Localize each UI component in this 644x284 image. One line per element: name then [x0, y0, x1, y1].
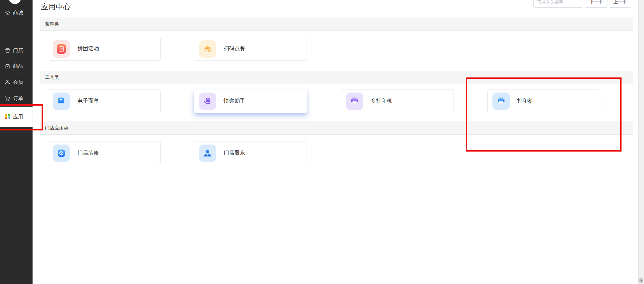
store-decor-icon [53, 145, 70, 162]
app-card-store-decor[interactable]: 门店装修 [48, 141, 161, 165]
group-buy-icon [53, 40, 70, 58]
app-card-store-shareholder[interactable]: 门店股东 [194, 141, 307, 165]
app-card-label: 扫码点餐 [224, 45, 245, 52]
app-card-label: 门店股东 [224, 150, 245, 157]
sidebar-item-goods[interactable]: 商品 [0, 59, 33, 73]
app-card-multi-printer[interactable]: 多打印机 [341, 89, 454, 113]
waybill-icon [53, 93, 70, 110]
app-card-express-helper[interactable]: 快递助手 [194, 89, 307, 113]
express-helper-icon [199, 93, 216, 110]
annotation-rect-printer-area [466, 77, 622, 152]
sidebar-item-mall[interactable]: 商城 [0, 6, 33, 19]
store-shareholder-icon [199, 145, 216, 162]
app-card-printer[interactable]: 打印机 [487, 89, 600, 113]
sidebar-item-stores[interactable]: 门店 [0, 44, 33, 57]
prev-button[interactable]: 上一个 [609, 0, 631, 8]
scroll-down-button[interactable] [639, 278, 643, 283]
app-card-label: 电子面单 [77, 98, 99, 105]
app-card-label: 快递助手 [224, 98, 245, 105]
sidebar-item-label: 订单 [13, 95, 23, 102]
printer-icon [492, 93, 510, 110]
sidebar-item-label: 应用 [13, 114, 23, 120]
next-button[interactable]: 下一个 [585, 0, 607, 8]
app-card-label: 门店装修 [77, 150, 99, 157]
section-header-marketing: 营销类 [40, 17, 633, 31]
app-card-label: 多打印机 [371, 98, 392, 105]
section-header-tools: 工具类 [40, 71, 633, 84]
page-title: 应用中心 [41, 2, 70, 12]
section-title: 门店应用类 [45, 125, 68, 131]
app-card-label: 拼团活动 [77, 45, 99, 52]
sidebar-item-orders[interactable]: 订单 [0, 92, 33, 105]
home-icon [4, 10, 11, 16]
scan-order-icon [199, 40, 216, 58]
members-icon [4, 79, 11, 86]
section-title: 工具类 [45, 74, 59, 80]
storefront-icon [4, 47, 11, 54]
sidebar-item-members[interactable]: 会员 [0, 75, 33, 89]
logo-avatar [9, 0, 21, 4]
sidebar-item-label: 会员 [13, 79, 23, 86]
search-input[interactable] [533, 0, 583, 8]
app-card-group-buy[interactable]: 拼团活动 [48, 37, 161, 61]
sidebar-item-label: 门店 [13, 47, 23, 54]
cart-icon [4, 95, 11, 102]
content-left-border [33, 0, 33, 284]
app-card-waybill[interactable]: 电子面单 [48, 89, 161, 113]
apps-grid-icon [4, 114, 11, 120]
section-header-store-apps: 门店应用类 [40, 121, 633, 135]
scrollbar-track[interactable] [638, 0, 644, 284]
section-title: 营销类 [45, 21, 59, 27]
app-card-label: 打印机 [517, 98, 533, 105]
sidebar: 商城 门店 商品 会员 订单 [0, 0, 33, 284]
multi-printer-icon [346, 93, 363, 110]
sidebar-item-label: 商城 [13, 10, 23, 16]
sidebar-item-apps[interactable]: 应用 [0, 107, 33, 127]
scroll-down-arrow-icon [640, 280, 643, 281]
goods-icon [4, 63, 11, 69]
sidebar-item-label: 商品 [13, 63, 23, 69]
app-card-scan-order[interactable]: 扫码点餐 [194, 37, 307, 61]
